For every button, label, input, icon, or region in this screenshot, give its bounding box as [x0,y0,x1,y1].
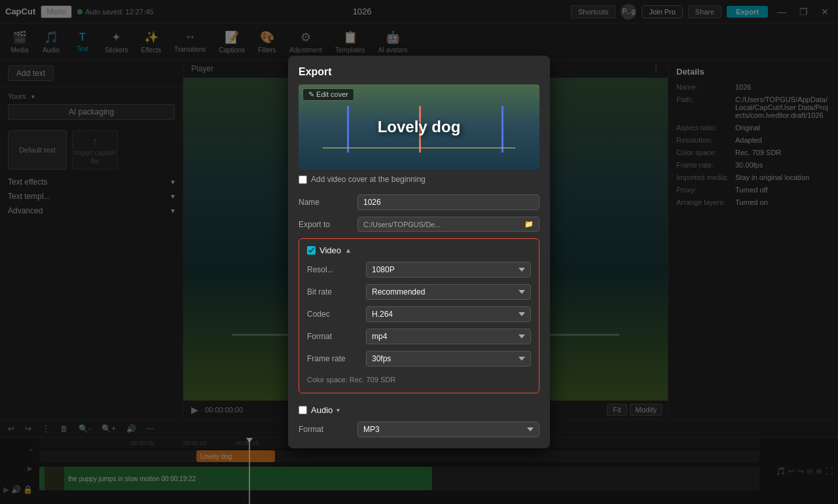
add-cover-label: Add video cover at the beginning [311,175,426,184]
resolution-select[interactable]: 1080P 720P 2K 4K [366,262,531,278]
format-label: Format [307,332,366,341]
audio-format-label: Format [299,425,357,434]
folder-icon[interactable]: 📁 [524,220,534,228]
audio-format-select[interactable]: MP3 AAC [357,422,539,437]
audio-enable-checkbox[interactable] [299,406,307,414]
audio-section-arrow: ▾ [337,406,340,414]
export-dialog: Export Lovely dog ✎ Edit cover Add video… [288,56,550,448]
export-preview: Lovely dog ✎ Edit cover [299,84,539,170]
export-form: Name Export to C:/Users/TOPGUS/De... 📁 V… [288,189,550,448]
export-name-input[interactable] [357,194,539,210]
resolution-label: Resol... [307,265,366,274]
edit-cover-button[interactable]: ✎ Edit cover [302,88,354,101]
video-enable-checkbox[interactable] [307,246,316,255]
audio-section: Audio ▾ Format MP3 AAC [299,400,539,448]
framerate-select[interactable]: 30fps 24fps 60fps [366,351,531,367]
export-path-row: Export to C:/Users/TOPGUS/De... 📁 [299,217,539,232]
framerate-label: Frame rate [307,354,366,363]
codec-row: Codec H.264 H.265 [307,306,531,322]
audio-section-title: Audio [311,405,333,415]
add-cover-checkbox[interactable] [299,175,307,184]
export-path-label: Export to [299,220,357,229]
color-space-info: Color space: Rec. 709 SDR [307,373,531,386]
codec-label: Codec [307,310,366,319]
export-overlay: Export Lovely dog ✎ Edit cover Add video… [0,0,838,504]
export-dialog-header: Export [288,56,550,84]
export-name-label: Name [299,198,357,207]
format-row: Format mp4 mov [307,329,531,344]
audio-format-row: Format MP3 AAC [299,422,539,437]
video-section-arrow: ▲ [345,247,352,254]
video-section-header[interactable]: Video ▲ [307,245,531,255]
codec-select[interactable]: H.264 H.265 [366,306,531,322]
resolution-row: Resol... 1080P 720P 2K 4K [307,262,531,278]
bitrate-row: Bit rate Recommended High Medium [307,284,531,300]
bitrate-label: Bit rate [307,287,366,297]
audio-section-header[interactable]: Audio ▾ [299,405,539,415]
export-preview-text: Lovely dog [378,118,461,136]
export-name-row: Name [299,194,539,210]
format-select[interactable]: mp4 mov [366,329,531,344]
export-path-text: C:/Users/TOPGUS/De... [363,221,441,228]
add-cover-checkbox-row[interactable]: Add video cover at the beginning [299,175,539,184]
bitrate-select[interactable]: Recommended High Medium [366,284,531,300]
video-section-title: Video [319,245,341,255]
framerate-row: Frame rate 30fps 24fps 60fps [307,351,531,367]
export-path-display[interactable]: C:/Users/TOPGUS/De... 📁 [357,217,539,232]
video-section: Video ▲ Resol... 1080P 720P 2K 4K Bit ra… [299,238,539,393]
